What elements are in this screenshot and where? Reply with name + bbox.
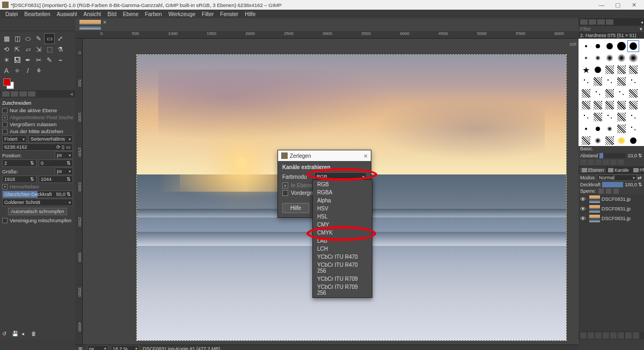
brush-thumbnail[interactable] — [592, 64, 603, 75]
checkbox-delete-cropped[interactable] — [2, 115, 8, 120]
menu-ebene[interactable]: Ebene — [120, 11, 142, 17]
dropdown-item[interactable]: Alpha — [313, 196, 372, 205]
brush-thumbnail[interactable] — [581, 112, 591, 122]
dropdown-item[interactable]: YCbCr ITU R470 — [313, 253, 372, 261]
brush-thumbnail[interactable] — [616, 64, 627, 75]
fixed-select[interactable]: Fixiert — [2, 135, 27, 143]
deckkraft-slider[interactable] — [602, 182, 623, 187]
brush-action-icon[interactable] — [595, 159, 602, 165]
visibility-eye-icon[interactable]: 👁 — [580, 215, 588, 222]
dropdown-item[interactable]: YCbCr ITU R709 — [313, 275, 372, 283]
brush-thumbnail[interactable] — [592, 135, 603, 146]
brush-thumbnail[interactable] — [604, 88, 615, 99]
dropdown-item[interactable]: HSV — [313, 205, 372, 213]
brush-thumbnail[interactable] — [616, 112, 627, 122]
tool-button[interactable]: ◫ — [12, 34, 22, 43]
brush-thumbnail[interactable] — [592, 41, 603, 52]
tool-button[interactable]: ⚗ — [55, 45, 65, 54]
brush-thumbnail[interactable] — [604, 76, 615, 87]
lock-alpha-icon[interactable] — [613, 188, 619, 194]
menu-hilfe[interactable]: Hilfe — [241, 11, 259, 17]
brush-thumbnail[interactable] — [581, 76, 591, 87]
tab-kanaele[interactable]: Kanäle — [606, 167, 631, 173]
brush-thumbnail[interactable] — [604, 100, 615, 111]
brush-action-icon[interactable] — [588, 159, 594, 165]
nav-icon[interactable]: ⊞ — [78, 346, 84, 351]
menu-bearbeiten[interactable]: Bearbeiten — [21, 11, 53, 17]
layer-item[interactable]: 👁DSCF0831.jp — [579, 204, 644, 214]
layer-up-icon[interactable] — [595, 332, 602, 339]
status-unit-select[interactable]: px — [87, 345, 108, 351]
dock-tab-icon[interactable] — [580, 19, 588, 25]
brush-thumbnail[interactable] — [616, 53, 627, 63]
maximize-button[interactable]: ▢ — [610, 2, 626, 9]
brush-thumbnail[interactable] — [581, 100, 591, 111]
layer-mask-icon[interactable] — [625, 332, 632, 339]
foreground-color[interactable] — [3, 78, 11, 86]
tool-button[interactable]: ⚘ — [34, 66, 43, 76]
checkbox-highlight[interactable] — [2, 184, 8, 189]
dropdown-item[interactable]: LAB — [313, 237, 372, 245]
brush-action-icon[interactable] — [610, 159, 617, 165]
auto-shrink-button[interactable]: Automatisch schrumpfen — [8, 208, 67, 215]
dock-menu-icon[interactable]: ◂ — [641, 20, 643, 25]
position-unit-select[interactable]: px — [55, 151, 73, 159]
brush-thumbnail[interactable] — [592, 88, 603, 99]
tab-pfade[interactable]: Pfade — [631, 167, 644, 173]
brush-thumbnail[interactable] — [628, 76, 639, 87]
brush-thumbnail[interactable] — [628, 100, 639, 111]
menu-fenster[interactable]: Fenster — [217, 11, 241, 17]
brush-thumbnail[interactable] — [616, 100, 627, 111]
brush-thumbnail[interactable] — [592, 100, 603, 111]
brush-thumbnail[interactable] — [604, 53, 615, 63]
brush-thumbnail[interactable] — [616, 41, 627, 52]
menu-ansicht[interactable]: Ansicht — [80, 11, 105, 17]
size-h-field[interactable]: 1044⇅ — [39, 176, 73, 183]
brush-thumbnail[interactable]: ★ — [581, 64, 591, 75]
aspect-mode-select[interactable]: Seitenverhältnis — [28, 135, 73, 143]
checkbox-from-center[interactable] — [2, 129, 8, 134]
tab-ebenen[interactable]: Ebenen — [580, 167, 606, 173]
layer-new-icon[interactable] — [580, 332, 587, 339]
brush-thumbnail[interactable] — [616, 135, 627, 146]
brush-thumbnail[interactable] — [581, 53, 591, 63]
tool-button[interactable]: ✒ — [23, 55, 33, 65]
brush-thumbnail[interactable] — [581, 41, 591, 52]
tool-button[interactable]: A — [2, 66, 11, 76]
brush-thumbnail[interactable] — [616, 88, 627, 99]
brush-thumbnail[interactable] — [581, 123, 591, 134]
close-button[interactable]: ✕ — [626, 2, 642, 9]
tab-icon[interactable] — [2, 91, 10, 97]
tool-button[interactable]: ☀ — [2, 55, 11, 65]
hl-opacity-slider[interactable]: Glanzlichter-Deckkraft50,0⇅ — [2, 191, 73, 198]
tool-button[interactable]: ⬭ — [23, 34, 33, 43]
minimize-button[interactable]: — — [594, 2, 610, 8]
brush-thumbnail[interactable] — [616, 76, 627, 87]
visibility-eye-icon[interactable]: 👁 — [580, 206, 588, 212]
brush-thumbnail[interactable] — [604, 64, 615, 75]
layer-delete-icon[interactable] — [633, 332, 639, 339]
brush-thumbnail[interactable] — [616, 123, 627, 134]
tool-button[interactable]: ✧ — [12, 66, 22, 76]
dropdown-item[interactable]: YCbCr ITU R470 256 — [313, 261, 372, 275]
guides-select[interactable]: Goldener Schnitt — [2, 199, 73, 206]
tool-button[interactable]: ⌁ — [55, 55, 65, 65]
dropdown-item[interactable]: RGB — [313, 180, 372, 188]
tool-button[interactable]: ⇱ — [12, 45, 22, 54]
tool-button[interactable]: ⇲ — [34, 45, 43, 54]
checkbox-only-active-layer[interactable] — [2, 108, 8, 113]
brush-thumbnail[interactable] — [592, 123, 603, 134]
tool-button[interactable]: ▱ — [23, 45, 33, 54]
dropdown-item[interactable]: LCH — [313, 245, 372, 253]
tool-button[interactable]: ⬚ — [45, 45, 54, 54]
brush-thumbnail[interactable] — [604, 123, 615, 134]
save-icon[interactable]: 💾 — [12, 331, 18, 337]
modus-select[interactable]: Normal — [597, 174, 637, 181]
stepper-icon[interactable]: ⇅ — [638, 182, 642, 187]
pos-y-field[interactable]: 0⇅ — [39, 159, 73, 167]
dock-tab-icon[interactable] — [589, 19, 596, 25]
tab-icon[interactable] — [11, 91, 18, 97]
pos-x-field[interactable]: 2⇅ — [2, 159, 36, 167]
tool-button[interactable]: ⤢ — [55, 34, 65, 43]
tool-button[interactable]: / — [23, 66, 33, 76]
